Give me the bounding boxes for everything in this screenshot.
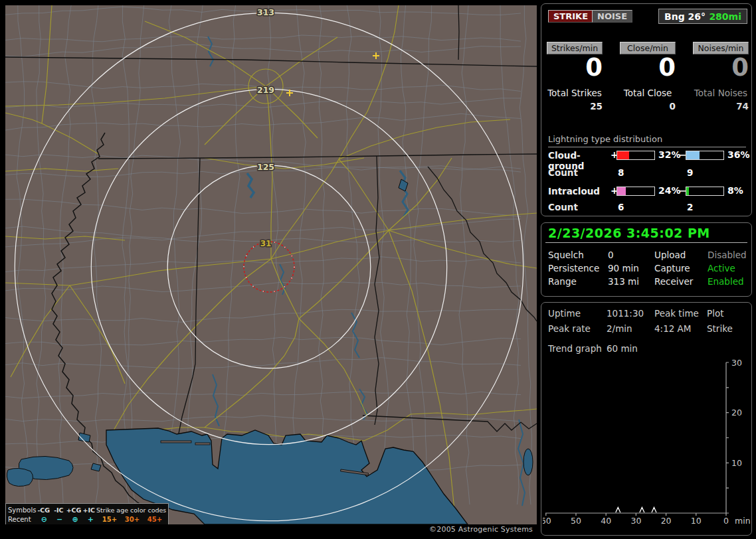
copyright-text: ©2005 Astrogenic Systems <box>429 525 533 534</box>
persistence-value: 90 min <box>608 263 639 273</box>
uptime-label: Uptime <box>548 308 581 319</box>
total-strikes-label: Total Strikes <box>547 88 603 98</box>
peak-rate-value: 2/min <box>607 323 632 334</box>
svg-text:0: 0 <box>723 516 729 526</box>
trend-panel: Uptime 1011:30 Peak time Plot Peak rate … <box>541 302 752 536</box>
legend-header: Symbols -CG -IC +CG +IC Strike age color… <box>8 505 166 514</box>
uptime-value: 1011:30 <box>607 308 644 319</box>
neg-ic-recent-icon: − <box>52 515 67 524</box>
count-label: Count <box>548 167 578 178</box>
cg-minus-count: 9 <box>687 167 693 178</box>
total-strikes-value: 25 <box>547 101 603 112</box>
svg-text:20: 20 <box>731 408 742 418</box>
map-panel: 313 219 125 31 Symbols -CG -IC +CG +IC S… <box>5 5 537 534</box>
capture-status: Active <box>708 263 735 273</box>
legend-col-pos-cg: +CG <box>66 506 82 514</box>
legend-col-neg-ic: -IC <box>51 506 66 514</box>
cg-plus-count: 8 <box>618 167 624 178</box>
persistence-label: Persistence <box>548 263 599 273</box>
map-bottom-bar: ©2005 Astrogenic Systems <box>5 524 537 534</box>
pos-cg-recent-icon: ⊕ <box>67 515 82 524</box>
noises-rate-value: 0 <box>693 55 749 80</box>
count-label: Count <box>548 202 578 212</box>
capture-label: Capture <box>654 263 690 273</box>
svg-text:40: 40 <box>601 516 611 526</box>
pos-ic-recent-icon: + <box>83 515 98 524</box>
svg-text:10: 10 <box>691 516 702 526</box>
trend-graph: 6050403020100min102030 <box>543 353 751 532</box>
noise-button[interactable]: NOISE <box>592 10 632 23</box>
ic-minus-pct: 8% <box>727 185 754 196</box>
receiver-status: Enabled <box>708 276 744 287</box>
peak-rate-label: Peak rate <box>548 323 591 334</box>
counters-panel: STRIKE NOISE Bng 26° 280mi Strikes/min 0… <box>541 3 752 216</box>
range-label: Range <box>548 276 577 287</box>
legend-col-pos-ic: +IC <box>81 506 96 514</box>
plot-label: Plot <box>707 308 723 319</box>
divider <box>545 242 747 243</box>
distance-value: 280mi <box>709 11 741 22</box>
age-15: 15+ <box>98 516 121 523</box>
intracloud-label: Intracloud <box>548 186 614 196</box>
ic-plus-count: 6 <box>618 202 624 212</box>
ring-label-219: 219 <box>257 85 274 95</box>
total-noises-label: Total Noises <box>693 88 749 98</box>
bearing-readout: Bng 26° 280mi <box>658 9 747 24</box>
legend-recent-label: Recent <box>8 516 37 523</box>
ring-label-31: 31 <box>260 239 272 248</box>
bearing-value: Bng 26° <box>664 11 706 22</box>
receiver-label: Receiver <box>654 276 693 287</box>
ring-label-125: 125 <box>257 162 274 172</box>
svg-text:30: 30 <box>630 516 641 526</box>
legend-age-title: Strike age color codes <box>96 506 166 514</box>
upload-status: Disabled <box>708 250 747 260</box>
ic-plus-bar <box>616 187 655 196</box>
svg-text:10: 10 <box>731 458 742 468</box>
lightning-map[interactable]: 313 219 125 31 <box>5 5 537 524</box>
range-value: 313 mi <box>608 276 639 287</box>
total-close-label: Total Close <box>620 88 676 98</box>
plot-mode-value: Strike <box>707 323 733 334</box>
svg-text:min: min <box>735 516 751 526</box>
strike-button[interactable]: STRIKE <box>548 10 593 23</box>
upload-label: Upload <box>654 250 686 260</box>
age-45: 45+ <box>143 516 166 523</box>
svg-text:50: 50 <box>571 516 581 526</box>
cg-minus-bar <box>686 151 724 160</box>
stormvue-app: 313 219 125 31 Symbols -CG -IC +CG +IC S… <box>0 0 756 539</box>
ring-label-313: 313 <box>257 7 274 17</box>
status-panel: 2/23/2026 3:45:02 PM Squelch 0 Upload Di… <box>541 222 752 297</box>
cg-plus-bar <box>616 151 655 160</box>
trend-window-value: 60 min <box>607 343 638 354</box>
squelch-label: Squelch <box>548 250 584 260</box>
distribution-title: Lightning type distribution <box>548 134 746 147</box>
legend-symbols-label: Symbols <box>8 506 36 514</box>
peak-time-label: Peak time <box>654 308 699 319</box>
squelch-value: 0 <box>608 250 614 260</box>
cg-minus-pct: 36% <box>727 149 754 160</box>
ic-minus-count: 2 <box>687 202 693 212</box>
datetime-display: 2/23/2026 3:45:02 PM <box>548 226 710 240</box>
close-rate-value: 0 <box>620 55 676 80</box>
neg-cg-recent-icon: ⊖ <box>37 515 52 524</box>
legend-col-neg-cg: -CG <box>36 506 51 514</box>
total-close-value: 0 <box>620 101 676 112</box>
legend-row-recent: Recent ⊖ − ⊕ + 15+ 30+ 45+ <box>8 514 166 524</box>
strikes-rate-value: 0 <box>547 55 603 80</box>
age-30: 30+ <box>121 516 143 523</box>
svg-text:20: 20 <box>661 516 672 526</box>
svg-text:60: 60 <box>543 516 551 526</box>
trend-graph-label: Trend graph <box>548 343 602 354</box>
peak-time-value: 4:12 AM <box>654 323 692 334</box>
svg-text:30: 30 <box>731 358 742 368</box>
total-noises-value: 74 <box>693 101 749 112</box>
ic-minus-bar <box>686 187 724 196</box>
